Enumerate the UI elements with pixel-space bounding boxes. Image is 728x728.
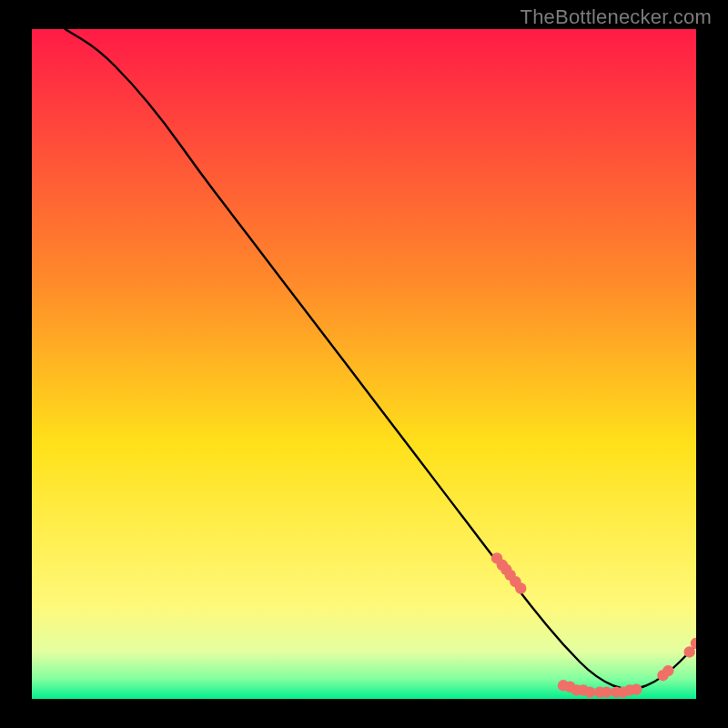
marker-valley-k	[631, 684, 642, 695]
chart-frame: TheBottlenecker.com	[0, 0, 728, 728]
marker-cluster-left-f	[515, 582, 526, 593]
chart-svg	[32, 29, 696, 699]
marker-valley-g	[601, 686, 612, 697]
gradient-background	[32, 29, 696, 699]
marker-valley-e	[584, 686, 595, 697]
chart-plot-area	[32, 29, 696, 699]
watermark-text: TheBottlenecker.com	[521, 5, 712, 29]
marker-rise-b	[662, 665, 673, 676]
